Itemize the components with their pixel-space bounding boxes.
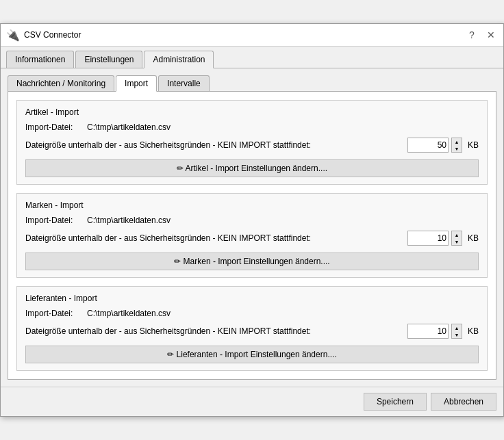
marken-spinner: ▲ ▼: [451, 231, 462, 246]
lieferanten-spinner: ▲ ▼: [451, 324, 462, 339]
marken-file-row: Import-Datei: C:\tmp\artikeldaten.csv: [25, 216, 479, 225]
lieferanten-size-label: Dateigröße unterhalb der - aus Sicherhei…: [25, 326, 407, 336]
marken-import-group: Marken - Import Import-Datei: C:\tmp\art…: [16, 193, 488, 278]
lieferanten-kb-label: KB: [468, 326, 479, 336]
artikel-settings-button[interactable]: ✏ Artikel - Import Einstellungen ändern.…: [25, 159, 479, 177]
lieferanten-spin-up[interactable]: ▲: [452, 324, 462, 331]
tab-einstellungen[interactable]: Einstellungen: [75, 51, 142, 68]
marken-spin-down[interactable]: ▼: [452, 238, 462, 245]
artikel-kb-label: KB: [468, 140, 479, 150]
marken-size-label: Dateigröße unterhalb der - aus Sicherhei…: [25, 233, 407, 243]
lieferanten-size-input[interactable]: [407, 324, 449, 339]
inner-tabs: Nachrichten / Monitoring Import Interval…: [8, 75, 496, 92]
lieferanten-group-title: Lieferanten - Import: [25, 294, 479, 303]
artikel-size-input[interactable]: [407, 138, 449, 153]
artikel-size-input-wrap: ▲ ▼ KB: [407, 138, 479, 153]
save-button[interactable]: Speichern: [364, 393, 427, 411]
marken-spin-up[interactable]: ▲: [452, 231, 462, 238]
tab-nachrichten[interactable]: Nachrichten / Monitoring: [8, 75, 114, 91]
lieferanten-file-path: C:\tmp\artikeldaten.csv: [87, 309, 171, 318]
lieferanten-size-input-wrap: ▲ ▼ KB: [407, 324, 479, 339]
footer: Speichern Abbrechen: [1, 387, 503, 416]
app-icon: 🔌: [6, 29, 20, 42]
lieferanten-file-label: Import-Datei:: [25, 309, 87, 318]
marken-file-label: Import-Datei:: [25, 216, 87, 225]
lieferanten-spin-down[interactable]: ▼: [452, 331, 462, 338]
close-button[interactable]: ✕: [484, 28, 498, 42]
window-title: CSV Connector: [24, 30, 81, 40]
title-bar-right: ? ✕: [465, 28, 498, 42]
marken-size-input-wrap: ▲ ▼ KB: [407, 231, 479, 246]
cancel-button[interactable]: Abbrechen: [431, 393, 496, 411]
top-tabs: Informationen Einstellungen Administrati…: [1, 47, 503, 68]
marken-size-row: Dateigröße unterhalb der - aus Sicherhei…: [25, 231, 479, 246]
marken-size-input[interactable]: [407, 231, 449, 246]
tab-administration[interactable]: Administration: [144, 51, 214, 68]
artikel-size-label: Dateigröße unterhalb der - aus Sicherhei…: [25, 140, 407, 150]
tab-panel-import: Artikel - Import Import-Datei: C:\tmp\ar…: [8, 92, 496, 380]
artikel-size-row: Dateigröße unterhalb der - aus Sicherhei…: [25, 138, 479, 153]
artikel-file-row: Import-Datei: C:\tmp\artikeldaten.csv: [25, 122, 479, 132]
tab-import[interactable]: Import: [116, 75, 157, 92]
tab-intervalle[interactable]: Intervalle: [158, 75, 210, 91]
artikel-import-group: Artikel - Import Import-Datei: C:\tmp\ar…: [16, 100, 488, 185]
marken-group-title: Marken - Import: [25, 200, 479, 210]
lieferanten-settings-button[interactable]: ✏ Lieferanten - Import Einstellungen änd…: [25, 346, 479, 363]
lieferanten-file-row: Import-Datei: C:\tmp\artikeldaten.csv: [25, 309, 479, 318]
marken-file-path: C:\tmp\artikeldaten.csv: [87, 216, 171, 225]
artikel-spin-down[interactable]: ▼: [452, 145, 462, 152]
artikel-file-label: Import-Datei:: [25, 122, 87, 132]
artikel-spinner: ▲ ▼: [451, 138, 462, 153]
artikel-file-path: C:\tmp\artikeldaten.csv: [87, 122, 171, 132]
content-area: Nachrichten / Monitoring Import Interval…: [1, 68, 503, 387]
lieferanten-size-row: Dateigröße unterhalb der - aus Sicherhei…: [25, 324, 479, 339]
title-bar: 🔌 CSV Connector ? ✕: [1, 24, 503, 47]
title-bar-left: 🔌 CSV Connector: [6, 29, 81, 42]
tab-informationen[interactable]: Informationen: [6, 51, 74, 68]
artikel-spin-up[interactable]: ▲: [452, 138, 462, 145]
main-window: 🔌 CSV Connector ? ✕ Informationen Einste…: [0, 23, 504, 417]
artikel-group-title: Artikel - Import: [25, 107, 479, 117]
lieferanten-import-group: Lieferanten - Import Import-Datei: C:\tm…: [16, 286, 488, 371]
marken-kb-label: KB: [468, 233, 479, 243]
help-button[interactable]: ?: [465, 28, 479, 42]
marken-settings-button[interactable]: ✏ Marken - Import Einstellungen ändern..…: [25, 253, 479, 270]
